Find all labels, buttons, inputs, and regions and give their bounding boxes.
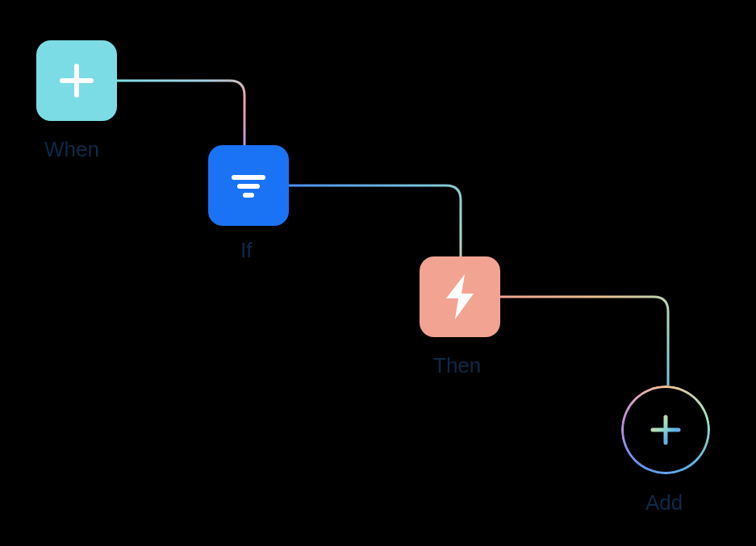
plus-icon — [54, 58, 99, 103]
plus-gradient-icon — [643, 407, 688, 452]
add-node[interactable] — [621, 386, 710, 474]
when-node[interactable] — [36, 40, 117, 121]
lightning-icon — [438, 271, 482, 323]
when-label: When — [44, 137, 99, 162]
if-node[interactable] — [208, 145, 289, 226]
then-label: Then — [433, 353, 481, 378]
add-label: Add — [645, 490, 683, 515]
if-label: If — [240, 238, 252, 263]
workflow-diagram: When If Then Add — [0, 0, 756, 546]
filter-icon — [226, 163, 271, 208]
then-node[interactable] — [420, 256, 500, 337]
